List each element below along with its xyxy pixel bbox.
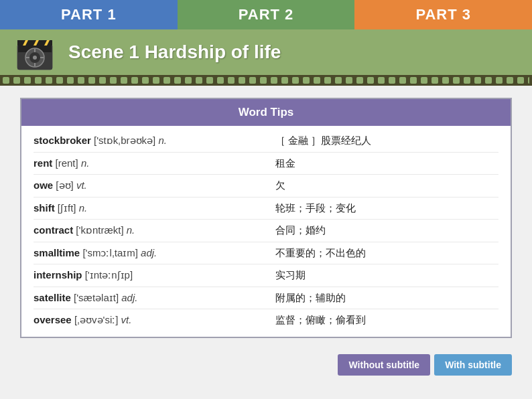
word-left: satellite ['sætəlaɪt] adj. — [34, 291, 275, 306]
tab-part1[interactable]: PART 1 — [0, 0, 178, 29]
word-row: oversee [ˌəʊvə'siː] vt. 监督；俯瞰；偷看到 — [34, 309, 498, 331]
word-right: 不重要的；不出色的 — [275, 246, 498, 261]
word-right: ［ 金融 ］股票经纪人 — [275, 133, 498, 149]
word-row: owe [əʊ] vt. 欠 — [34, 175, 498, 197]
word-left: stockbroker ['stɒkˌbrəʊkə] n. — [34, 133, 275, 149]
word-row: smalltime ['smɔːlˌtaɪm] adj. 不重要的；不出色的 — [34, 242, 498, 265]
word-right: 轮班；手段；变化 — [275, 201, 498, 216]
tabs-bar: PART 1 PART 2 PART 3 — [0, 0, 532, 29]
word-row: internship ['ɪntəːnʃɪp] 实习期 — [34, 264, 498, 287]
scene-title: Scene 1 Hardship of life — [68, 42, 281, 63]
word-right: 实习期 — [275, 268, 498, 283]
word-tips-body: stockbroker ['stɒkˌbrəʊkə] n. ［ 金融 ］股票经纪… — [21, 126, 511, 337]
word-row: satellite ['sætəlaɪt] adj. 附属的；辅助的 — [34, 287, 498, 310]
main-content: Word Tips stockbroker ['stɒkˌbrəʊkə] n. … — [0, 86, 532, 347]
word-left: oversee [ˌəʊvə'siː] vt. — [34, 313, 275, 328]
with-subtitle-button[interactable]: With subtitle — [434, 354, 512, 376]
word-row: rent [rent] n. 租金 — [34, 153, 498, 175]
tab-part2[interactable]: PART 2 — [178, 0, 355, 29]
word-left: contract ['kɒntrækt] n. — [34, 223, 275, 238]
word-right: 欠 — [275, 178, 498, 193]
word-left: owe [əʊ] vt. — [34, 178, 275, 193]
word-left: rent [rent] n. — [34, 156, 275, 171]
without-subtitle-button[interactable]: Without subtitle — [338, 354, 430, 376]
tab-part3[interactable]: PART 3 — [354, 0, 532, 29]
svg-point-4 — [33, 56, 37, 60]
word-row: shift [ʃɪft] n. 轮班；手段；变化 — [34, 197, 498, 220]
word-right: 监督；俯瞰；偷看到 — [275, 313, 498, 328]
film-holes — [3, 77, 529, 84]
word-tips-header: Word Tips — [21, 99, 511, 126]
film-strip — [0, 75, 532, 86]
word-right: 租金 — [275, 156, 498, 171]
word-right: 合同；婚约 — [275, 223, 498, 238]
word-left: internship ['ɪntəːnʃɪp] — [34, 268, 275, 283]
word-row: contract ['kɒntrækt] n. 合同；婚约 — [34, 220, 498, 242]
film-reel-icon — [11, 32, 59, 72]
word-left: shift [ʃɪft] n. — [34, 201, 275, 216]
bottom-bar: Without subtitle With subtitle — [0, 347, 532, 382]
word-row: stockbroker ['stɒkˌbrəʊkə] n. ［ 金融 ］股票经纪… — [34, 130, 498, 153]
word-left: smalltime ['smɔːlˌtaɪm] adj. — [34, 246, 275, 261]
scene-header: Scene 1 Hardship of life — [0, 29, 532, 75]
word-right: 附属的；辅助的 — [275, 291, 498, 306]
word-tips-table: Word Tips stockbroker ['stɒkˌbrəʊkə] n. … — [20, 98, 512, 338]
